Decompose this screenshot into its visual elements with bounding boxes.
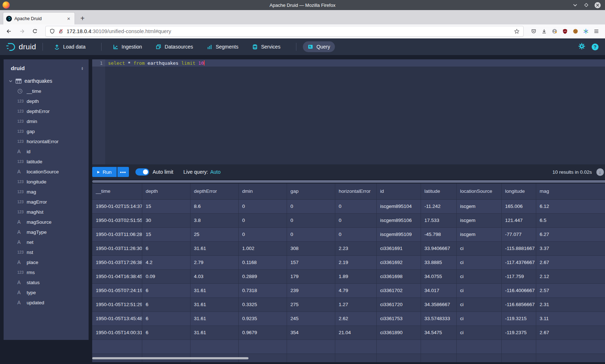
sidebar-column-mag[interactable]: 123mag [4,187,89,197]
table-cell[interactable]: 15 [142,227,190,241]
table-cell[interactable] [421,340,456,354]
table-cell[interactable]: iscgem [456,213,501,227]
sidebar-column-place[interactable]: Aplace [4,257,89,267]
insecure-lock-icon[interactable] [58,28,64,34]
table-cell[interactable]: 0 [287,227,335,241]
table-cell[interactable]: -117.759 [501,269,536,283]
sidebar-column-longitude[interactable]: 123longitude [4,177,89,187]
table-cell[interactable]: 2.23 [335,241,376,255]
table-cell[interactable]: ci [456,311,501,326]
table-cell[interactable]: 6 [142,283,190,297]
table-cell[interactable]: 31.61 [190,311,238,326]
column-header-time[interactable]: __time [92,183,142,199]
table-cell[interactable]: 2.57 [536,283,605,297]
table-cell[interactable]: 1950-01-03T11:26:30.040Z [92,241,142,255]
table-cell[interactable]: 2.67 [536,255,605,269]
table-cell[interactable]: 25 [190,227,238,241]
sidebar-table-earthquakes[interactable]: earthquakes [4,76,89,86]
table-cell[interactable]: 31.61 [190,326,238,340]
table-cell[interactable]: 0 [287,213,335,227]
table-cell[interactable] [456,340,501,354]
table-cell[interactable]: 8.6 [190,199,238,213]
table-cell[interactable] [238,340,287,354]
table-cell[interactable]: 0 [335,199,376,213]
ublock-origin-icon[interactable]: UO [562,28,568,34]
table-cell[interactable]: 6.5 [536,213,605,227]
table-cell[interactable]: 2.12 [536,269,605,283]
table-cell[interactable]: 34.3586667 [421,297,456,311]
table-cell[interactable]: 1950-01-03T02:51:55.410Z [92,213,142,227]
table-cell[interactable]: 2.19 [335,255,376,269]
column-header-dmin[interactable]: dmin [238,183,287,199]
sidebar-column-id[interactable]: Aid [4,146,89,156]
sidebar-column-latitude[interactable]: 123latitude [4,156,89,167]
nav-item-load-data[interactable]: Load data [49,41,90,52]
table-cell[interactable]: iscgem [456,199,501,213]
table-cell[interactable]: 0 [287,199,335,213]
table-cell[interactable]: 0.9235 [238,311,287,326]
table-cell[interactable]: 308 [287,241,335,255]
table-cell[interactable] [421,354,456,362]
table-cell[interactable]: 1.27 [335,297,376,311]
sidebar-column-rms[interactable]: 123rms [4,267,89,277]
column-header-horizontalError[interactable]: horizontalError [335,183,376,199]
table-cell[interactable]: ci [456,269,501,283]
table-cell[interactable]: 6 [142,311,190,326]
table-cell[interactable]: ci3361753 [376,311,421,326]
table-cell[interactable]: 179 [287,269,335,283]
column-header-latitude[interactable]: latitude [421,183,456,199]
table-cell[interactable]: 1950-01-05T07:24:19.740Z [92,283,142,297]
forward-button[interactable] [17,26,27,37]
table-cell[interactable]: 6.27 [536,227,605,241]
back-button[interactable] [4,26,14,37]
table-cell[interactable]: -119.3215 [501,311,536,326]
table-cell[interactable]: 1.002 [238,241,287,255]
table-cell[interactable]: 31.61 [190,283,238,297]
table-cell[interactable]: iscgem [456,227,501,241]
table-cell[interactable] [287,354,335,362]
table-cell[interactable]: 2.79 [190,255,238,269]
table-cell[interactable]: iscgem895104 [376,199,421,213]
new-tab-button[interactable]: + [77,13,88,24]
table-cell[interactable]: ci [456,241,501,255]
table-cell[interactable]: 6 [142,326,190,340]
table-cell[interactable] [287,340,335,354]
table-cell[interactable]: 4.79 [335,283,376,297]
nav-item-ingestion[interactable]: Ingestion [108,41,147,52]
table-cell[interactable]: 0.3325 [238,297,287,311]
browser-tab[interactable]: Apache Druid × [3,12,75,24]
column-header-depthError[interactable]: depthError [190,183,238,199]
cookie-icon[interactable] [573,28,578,34]
table-cell[interactable]: 3.8 [190,213,238,227]
table-cell[interactable]: 31.61 [190,297,238,311]
column-header-longitude[interactable]: longitude [501,183,536,199]
window-close-button[interactable] [595,2,601,8]
table-cell[interactable]: 34.5475 [421,326,456,340]
table-cell[interactable]: 0 [238,213,287,227]
table-cell[interactable] [142,340,190,354]
table-cell[interactable]: 1950-01-05T14:00:31.860Z [92,326,142,340]
run-button[interactable]: ▶ Run [92,167,117,177]
reload-button[interactable] [30,26,40,37]
sidebar-column-type[interactable]: Atype [4,287,89,297]
table-cell[interactable]: 2.31 [536,297,605,311]
table-cell[interactable] [536,354,605,362]
table-cell[interactable]: -77.077 [501,227,536,241]
download-results-icon[interactable]: ↓ [596,168,604,176]
sidebar-column-time[interactable]: __time [4,86,89,96]
table-cell[interactable]: 33.9406667 [421,241,456,255]
table-cell[interactable]: 1950-01-05T13:45:48.730Z [92,311,142,326]
tab-close-icon[interactable]: × [66,15,72,22]
sidebar-column-depthError[interactable]: 123depthError [4,106,89,116]
table-cell[interactable]: 121.447 [501,213,536,227]
table-cell[interactable]: -116.4006667 [501,283,536,297]
table-cell[interactable]: 15 [142,199,190,213]
sidebar-column-magType[interactable]: AmagType [4,227,89,237]
table-cell[interactable]: 21.04 [335,326,376,340]
table-cell[interactable]: 1950-01-05T12:51:29.690Z [92,297,142,311]
table-cell[interactable] [335,354,376,362]
table-cell[interactable]: ci [456,255,501,269]
table-cell[interactable]: 0 [335,227,376,241]
table-cell[interactable] [92,340,142,354]
column-header-gap[interactable]: gap [287,183,335,199]
